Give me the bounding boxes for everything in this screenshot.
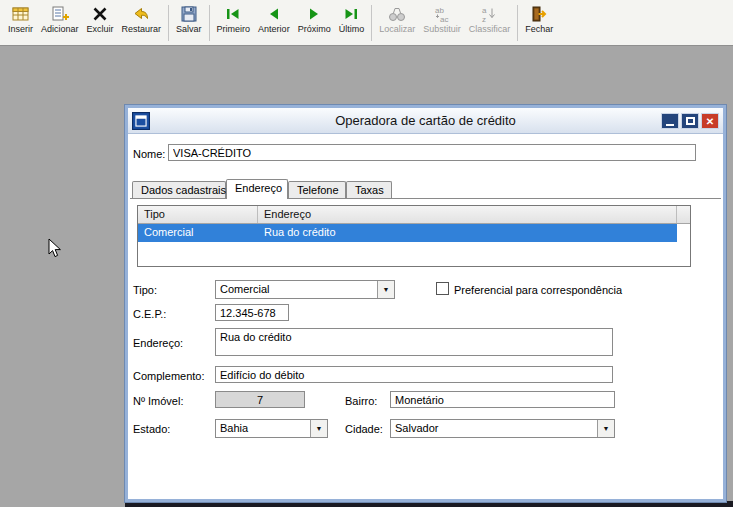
titlebar[interactable]: Operadora de cartão de crédito — [128, 108, 723, 134]
next-record-icon — [304, 4, 324, 24]
preferencial-label[interactable]: Preferencial para correspondência — [454, 284, 622, 296]
svg-text:ac: ac — [440, 15, 448, 24]
bairro-input[interactable] — [390, 391, 615, 408]
tab-label: Endereço — [235, 182, 282, 194]
toolbar-button-localizar: Localizar — [375, 2, 419, 44]
grid-cell-spacer — [677, 224, 690, 242]
numero-imovel-label: Nº Imóvel: — [133, 395, 183, 407]
toolbar-separator — [168, 5, 169, 41]
tab-underline — [130, 198, 721, 199]
estado-combo-dropdown-button[interactable] — [310, 420, 327, 437]
toolbar-button-proximo[interactable]: Próximo — [294, 2, 335, 44]
toolbar-button-anterior[interactable]: Anterior — [254, 2, 294, 44]
window-controls — [661, 113, 719, 129]
cidade-combo-dropdown-button[interactable] — [597, 420, 614, 437]
toolbar-button-restaurar[interactable]: Restaurar — [118, 2, 166, 44]
tipo-label: Tipo: — [133, 284, 157, 296]
toolbar-button-ultimo[interactable]: Último — [335, 2, 369, 44]
toolbar-button-label: Localizar — [379, 24, 415, 35]
insert-table-icon — [11, 4, 31, 24]
toolbar-button-label: Último — [339, 24, 365, 35]
tab-label: Dados cadastrais — [141, 184, 226, 196]
toolbar-button-excluir[interactable]: Excluir — [83, 2, 118, 44]
cidade-combo[interactable]: Salvador — [390, 419, 615, 438]
toolbar-button-label: Próximo — [298, 24, 331, 35]
grid-col-spacer — [677, 206, 690, 223]
cep-label: C.E.P.: — [133, 308, 166, 320]
toolbar-button-salvar[interactable]: Salvar — [172, 2, 206, 44]
nome-input[interactable] — [168, 144, 696, 161]
tipo-combo-value: Comercial — [216, 281, 377, 298]
maximize-icon — [686, 117, 695, 125]
complemento-input[interactable] — [215, 366, 613, 383]
last-record-icon — [341, 4, 361, 24]
restore-undo-icon — [131, 4, 151, 24]
svg-text:z: z — [482, 15, 486, 24]
cep-input[interactable] — [215, 304, 289, 321]
tipo-combo-dropdown-button[interactable] — [377, 281, 394, 298]
toolbar-button-inserir[interactable]: Inserir — [4, 2, 37, 44]
grid-col-endereco[interactable]: Endereço — [258, 206, 677, 223]
add-record-icon — [50, 4, 70, 24]
toolbar-button-primeiro[interactable]: Primeiro — [213, 2, 255, 44]
toolbar-button-label: Primeiro — [217, 24, 251, 35]
toolbar-button-substituir: abac Substituir — [419, 2, 465, 44]
toolbar-button-classificar: az Classificar — [465, 2, 515, 44]
save-floppy-icon — [179, 4, 199, 24]
minimize-icon — [666, 124, 674, 126]
toolbar-button-label: Excluir — [87, 24, 114, 35]
replace-icon: abac — [432, 4, 452, 24]
endereco-label: Endereço: — [133, 337, 183, 349]
toolbar-button-label: Adicionar — [41, 24, 79, 35]
window-icon — [132, 112, 150, 130]
exit-door-icon — [529, 4, 549, 24]
tab-label: Taxas — [355, 184, 384, 196]
maximize-button[interactable] — [681, 113, 699, 129]
delete-x-icon — [90, 4, 110, 24]
mouse-cursor — [48, 238, 62, 263]
toolbar: Inserir Adicionar Excluir Restaurar Salv… — [0, 0, 733, 46]
preferencial-checkbox[interactable] — [436, 282, 449, 295]
numero-imovel-input — [215, 391, 305, 408]
nome-label: Nome: — [133, 148, 165, 160]
window-title: Operadora de cartão de crédito — [128, 113, 723, 128]
toolbar-button-label: Restaurar — [122, 24, 162, 35]
grid-cell-endereco[interactable]: Rua do crédito — [258, 224, 677, 242]
tipo-combo[interactable]: Comercial — [215, 280, 395, 299]
tab-endereco[interactable]: Endereço — [226, 179, 288, 199]
grid-row-selected[interactable]: Comercial Rua do crédito — [138, 224, 690, 242]
tab-label: Telefone — [297, 184, 339, 196]
toolbar-button-label: Salvar — [176, 24, 202, 35]
first-record-icon — [223, 4, 243, 24]
toolbar-button-label: Substituir — [423, 24, 461, 35]
grid-cell-tipo[interactable]: Comercial — [138, 224, 258, 242]
endereco-input[interactable]: Rua do crédito — [215, 328, 613, 356]
estado-combo[interactable]: Bahia — [215, 419, 328, 438]
toolbar-button-adicionar[interactable]: Adicionar — [37, 2, 83, 44]
dialog-window: Operadora de cartão de crédito Nome: Dad… — [125, 105, 726, 502]
previous-record-icon — [264, 4, 284, 24]
close-button[interactable] — [701, 113, 719, 129]
address-grid: Tipo Endereço Comercial Rua do crédito — [137, 205, 691, 267]
grid-header: Tipo Endereço — [138, 206, 690, 224]
tab-taxas[interactable]: Taxas — [346, 181, 392, 198]
tab-telefone[interactable]: Telefone — [288, 181, 346, 198]
tab-dados-cadastrais[interactable]: Dados cadastrais — [132, 181, 226, 198]
cidade-combo-value: Salvador — [391, 420, 597, 437]
desktop: Inserir Adicionar Excluir Restaurar Salv… — [0, 0, 733, 507]
sort-az-icon: az — [479, 4, 499, 24]
estado-combo-value: Bahia — [216, 420, 310, 437]
toolbar-button-label: Classificar — [469, 24, 511, 35]
toolbar-separator — [371, 5, 372, 41]
find-binoculars-icon — [387, 4, 407, 24]
svg-text:ab: ab — [435, 6, 444, 15]
minimize-button[interactable] — [661, 113, 679, 129]
bairro-label: Bairro: — [345, 395, 377, 407]
estado-label: Estado: — [133, 423, 170, 435]
grid-col-tipo[interactable]: Tipo — [138, 206, 258, 223]
svg-text:a: a — [482, 6, 487, 15]
toolbar-button-label: Fechar — [525, 24, 553, 35]
toolbar-button-fechar[interactable]: Fechar — [521, 2, 557, 44]
toolbar-button-label: Inserir — [8, 24, 33, 35]
toolbar-separator — [209, 5, 210, 41]
